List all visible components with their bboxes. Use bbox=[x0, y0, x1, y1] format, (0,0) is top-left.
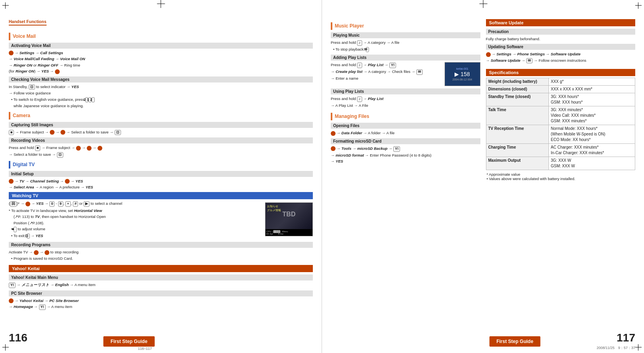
spec-row-output: Maximum Output 3G: XXX WGSM: XXX W bbox=[486, 157, 635, 170]
circle-btn-icon2 bbox=[55, 69, 60, 74]
precaution-line: Fully charge battery beforehand. bbox=[486, 36, 636, 41]
k0: 0 bbox=[49, 201, 55, 207]
use-line1: Press and hold ♪ → Play List bbox=[331, 96, 480, 102]
footer-btn-left[interactable]: First Step Guide bbox=[103, 336, 155, 347]
spec-value-talk: 3G: XXX minutes*Video Call: XXX minutes*… bbox=[548, 106, 635, 125]
check-line4: while Japanese voice guidance is playing… bbox=[9, 103, 313, 108]
footer-btn-right[interactable]: First Step Guide bbox=[489, 336, 541, 347]
top-cross-right bbox=[483, 0, 483, 8]
right-col-right: Software Update Precaution Fully charge … bbox=[486, 19, 636, 181]
c7 bbox=[34, 250, 39, 255]
play-line1: Press and hold ♪ → A category → A file bbox=[331, 40, 480, 46]
spec-label-charging: Charging Time bbox=[486, 144, 548, 157]
rec-prog-line2: • Program is saved to microSD Card. bbox=[9, 256, 313, 261]
top-cross-left bbox=[161, 0, 161, 8]
yahoo-main-menu-header: Yahoo! Keitai Main Menu bbox=[9, 275, 313, 280]
adding-playlists-header: Adding Play Lists bbox=[331, 55, 480, 61]
check-line3: • To switch to English voice guidance, p… bbox=[9, 97, 313, 103]
rec-line1: Press and hold ■ → Frame subject → → → bbox=[9, 145, 313, 151]
page-116: Handset Functions Voice Mail Activating … bbox=[0, 0, 322, 353]
reg-mark-bl bbox=[2, 344, 9, 351]
activate-line1: → Settings → Call Settings bbox=[9, 50, 313, 55]
c5 bbox=[65, 179, 70, 184]
page-117: Music Player Playing Music Press and hol… bbox=[322, 0, 644, 353]
spec-label-weight: Weight (including battery) bbox=[486, 78, 548, 86]
mail-key: ✉ bbox=[416, 69, 423, 75]
initial-setup-block: Initial Setup → TV → Channel Setting → →… bbox=[9, 171, 313, 190]
managing-files-header: Managing Files bbox=[331, 113, 480, 120]
c9 bbox=[9, 298, 14, 303]
c11 bbox=[331, 146, 336, 151]
left-page-content: Handset Functions Voice Mail Activating … bbox=[9, 7, 313, 310]
end2: ⊡ bbox=[57, 152, 63, 158]
handset-functions-label: Handset Functions bbox=[9, 19, 47, 25]
using-playlists-block: Using Play Lists Press and hold ♪ → Play… bbox=[331, 88, 480, 108]
spec-row-dimensions: Dimensions (closed) XXX x XXX x XXX mm* bbox=[486, 86, 635, 93]
y3-btn: Y! bbox=[389, 63, 396, 68]
k9: 9 bbox=[58, 201, 63, 207]
formatting-header: Formatting microSD Card bbox=[331, 138, 480, 144]
precaution-header: Precaution bbox=[486, 29, 636, 35]
checking-voice-mail-block: Checking Voice Mail Messages In Standby,… bbox=[9, 76, 313, 109]
music-key3: ♪ bbox=[357, 96, 362, 102]
c8 bbox=[45, 250, 49, 255]
voice-mail-header: Voice Mail bbox=[9, 33, 313, 40]
capture-line1: ■ → Frame subject → → → Select a folder … bbox=[9, 129, 313, 135]
activate-line4: (for Ringer ON) → YES → bbox=[9, 69, 313, 74]
vol-btn: ■ bbox=[14, 227, 17, 232]
spec-row-tv: TV Reception Time Normal Mode: XXX hours… bbox=[486, 125, 635, 144]
stop-key: ✉ bbox=[366, 47, 369, 53]
page-bottom-left: 116–117 bbox=[138, 347, 152, 351]
spec-value-dimensions: XXX x XXX x XXX mm* bbox=[548, 86, 635, 93]
fmt-line3: → YES bbox=[331, 159, 480, 164]
tv-screen: お知らせグルメ情報 TBD bbox=[265, 203, 312, 230]
page-spread: Handset Functions Voice Mail Activating … bbox=[0, 0, 644, 353]
music-key: ♪ bbox=[357, 40, 362, 46]
pc-site-block: PC Site Browser → Yahoo! Keitai → PC Sit… bbox=[9, 290, 313, 310]
spec-row-standby: Standby Time (closed) 3G: XXX hours*GSM:… bbox=[486, 93, 635, 106]
recording-videos-block: Recording Videos Press and hold ■ → Fram… bbox=[9, 137, 313, 157]
spec-value-tv: Normal Mode: XXX hours*(When Mobile W-Sp… bbox=[548, 125, 635, 144]
spec-label-talk: Talk Time bbox=[486, 106, 548, 125]
pc-site-header: PC Site Browser bbox=[9, 290, 313, 296]
music-image: keitai-001 ▶ 158 2004-08-12 004 bbox=[445, 62, 480, 86]
recording-videos-header: Recording Videos bbox=[9, 137, 313, 143]
recording-programs-block: Recording Programs Activate TV → → to st… bbox=[9, 242, 313, 261]
cam-btn: ■ bbox=[9, 130, 14, 135]
tv-key: 回 bbox=[10, 201, 17, 207]
activating-voice-mail-header: Activating Voice Mail bbox=[9, 43, 313, 49]
activating-voice-mail-block: Activating Voice Mail → Settings → Call … bbox=[9, 43, 313, 74]
update-line1: → Settings → Phone Settings → Software U… bbox=[486, 51, 636, 57]
reg-mark-tr bbox=[635, 2, 642, 9]
update-line2: → Software Update → ✉ → Follow onscreen … bbox=[486, 58, 636, 64]
c2 bbox=[87, 146, 92, 151]
key2b: 2 bbox=[92, 97, 95, 103]
right-page-content: Music Player Playing Music Press and hol… bbox=[331, 7, 635, 181]
check-line1: In Standby, ⊡ to select indicator → YES bbox=[9, 84, 313, 90]
activate-line3: → Ringer ON or Ringer OFF → Ring time bbox=[9, 63, 313, 68]
rec-btn: ■ bbox=[35, 145, 40, 151]
page-bottom-right: 2008/11/25 9：57：37 bbox=[597, 345, 635, 351]
initial-setup-header: Initial Setup bbox=[9, 171, 313, 177]
specs-table: Weight (including battery) XXX g* Dimens… bbox=[486, 78, 636, 170]
updating-software-header: Updating Software bbox=[486, 44, 636, 50]
opening-files-header: Opening Files bbox=[331, 123, 480, 129]
circle-btn4 bbox=[60, 130, 65, 135]
capturing-block: Capturing Still Images ■ → Frame subject… bbox=[9, 122, 313, 135]
pc-line2: → Homepage → Y! → A menu item bbox=[9, 304, 313, 310]
spec-value-standby: 3G: XXX hours*GSM: XXX hours* bbox=[548, 93, 635, 106]
music-player-header: Music Player bbox=[331, 22, 480, 30]
spec-value-weight: XXX g* bbox=[548, 78, 635, 86]
playing-music-block: Playing Music Press and hold ♪ → A categ… bbox=[331, 32, 480, 52]
rec-prog-line1: Activate TV → → to stop recording bbox=[9, 249, 313, 255]
camera-header: Camera bbox=[9, 112, 313, 120]
adding-playlists-block: Adding Play Lists keitai-001 ▶ 158 2004-… bbox=[331, 55, 480, 86]
kplay: ▶ bbox=[84, 201, 90, 207]
fmt-line2: → microSD format → Enter Phone Password … bbox=[331, 153, 480, 158]
recording-programs-header: Recording Programs bbox=[9, 242, 313, 248]
c4 bbox=[9, 179, 14, 184]
music-screen-text: keitai-001 ▶ 158 2004-08-12 004 bbox=[453, 67, 472, 81]
c6 bbox=[25, 202, 30, 206]
use-line2: → A Play List → A File bbox=[331, 103, 480, 108]
tv-tbd-text: TBD bbox=[265, 211, 312, 218]
